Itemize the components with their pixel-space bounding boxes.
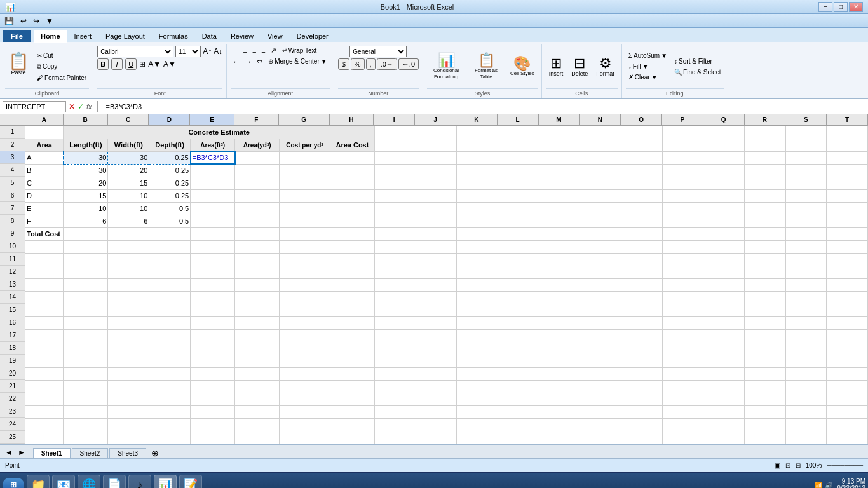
cell-e5[interactable] xyxy=(191,177,235,189)
taskbar-outlook[interactable]: 📧 xyxy=(52,475,75,488)
font-size-select[interactable]: 11 xyxy=(175,46,201,57)
cell-g6[interactable] xyxy=(280,189,330,202)
row-24[interactable]: 24 xyxy=(0,418,25,431)
grid-scroll[interactable]: Concrete Estimate Area xyxy=(25,126,868,444)
cell-p8[interactable] xyxy=(662,215,703,227)
tab-review[interactable]: Review xyxy=(224,30,261,42)
cell-k6[interactable] xyxy=(457,189,498,202)
cell-i8[interactable] xyxy=(374,215,416,227)
number-format-select[interactable]: General xyxy=(349,46,407,57)
start-button[interactable]: ⊞ xyxy=(3,478,24,488)
cell-n6[interactable] xyxy=(580,189,621,202)
col-header-o[interactable]: O xyxy=(621,114,662,125)
cell-o6[interactable] xyxy=(621,189,662,202)
col-header-s[interactable]: S xyxy=(785,114,827,125)
cell-e8[interactable] xyxy=(191,215,235,227)
col-header-k[interactable]: K xyxy=(456,114,498,125)
cell-q4[interactable] xyxy=(703,164,745,177)
row-6[interactable]: 6 xyxy=(0,189,25,202)
cell-i3[interactable] xyxy=(374,151,416,164)
cell-l7[interactable] xyxy=(498,202,539,215)
percent-btn[interactable]: % xyxy=(351,58,365,70)
cell-b3[interactable]: 30 xyxy=(64,151,108,164)
copy-button[interactable]: ⧉ Copy xyxy=(34,62,89,72)
col-header-e[interactable]: E xyxy=(190,114,234,125)
corner-cell[interactable] xyxy=(0,114,25,125)
cell-p2[interactable] xyxy=(662,139,703,151)
cell-t2[interactable] xyxy=(827,139,868,151)
col-header-h[interactable]: H xyxy=(330,114,374,125)
col-header-m[interactable]: M xyxy=(539,114,580,125)
cell-c2[interactable]: Width(ft) xyxy=(108,139,149,151)
formula-confirm-btn[interactable]: ✓ xyxy=(78,102,84,111)
cell-m5[interactable] xyxy=(539,177,580,189)
cell-r1[interactable] xyxy=(744,126,785,139)
col-header-b[interactable]: B xyxy=(64,114,108,125)
row-4[interactable]: 4 xyxy=(0,164,25,177)
minimize-btn[interactable]: − xyxy=(818,2,832,12)
cell-n9[interactable] xyxy=(580,227,621,240)
currency-btn[interactable]: $ xyxy=(338,58,349,70)
row-22[interactable]: 22 xyxy=(0,393,25,405)
cell-h3[interactable] xyxy=(330,151,374,164)
cell-s6[interactable] xyxy=(785,189,827,202)
row-5[interactable]: 5 xyxy=(0,177,25,189)
row-21[interactable]: 21 xyxy=(0,380,25,393)
cell-b9[interactable] xyxy=(64,227,108,240)
cell-g5[interactable] xyxy=(280,177,330,189)
sheet-tab-2[interactable]: Sheet2 xyxy=(72,448,109,458)
cell-o7[interactable] xyxy=(621,202,662,215)
cell-a1[interactable] xyxy=(25,126,64,139)
cell-m8[interactable] xyxy=(539,215,580,227)
row-15[interactable]: 15 xyxy=(0,304,25,316)
cell-a5[interactable]: C xyxy=(25,177,64,189)
cell-f9[interactable] xyxy=(235,227,280,240)
cell-r6[interactable] xyxy=(744,189,785,202)
row-1[interactable]: 1 xyxy=(0,126,25,139)
cell-k2[interactable] xyxy=(457,139,498,151)
insert-button[interactable]: ⊞ Insert xyxy=(546,55,567,79)
cell-q8[interactable] xyxy=(703,215,745,227)
sheet-tab-1[interactable]: Sheet1 xyxy=(33,448,71,458)
align-center-btn[interactable]: ≡ xyxy=(250,46,258,55)
cell-q7[interactable] xyxy=(703,202,745,215)
cell-i5[interactable] xyxy=(374,177,416,189)
cell-r9[interactable] xyxy=(744,227,785,240)
cell-e9[interactable] xyxy=(191,227,235,240)
wrap-text-button[interactable]: ↵ Wrap Text xyxy=(280,46,320,55)
font-color-btn[interactable]: A▼ xyxy=(163,60,176,69)
font-size-increase-btn[interactable]: A↑ xyxy=(203,47,212,56)
cell-b2[interactable]: Length(ft) xyxy=(64,139,108,151)
col-header-d[interactable]: D xyxy=(149,114,190,125)
row-11[interactable]: 11 xyxy=(0,253,25,266)
cell-k9[interactable] xyxy=(457,227,498,240)
border-btn[interactable]: ⊞ xyxy=(139,60,146,69)
cell-h4[interactable] xyxy=(330,164,374,177)
cell-m4[interactable] xyxy=(539,164,580,177)
cell-l4[interactable] xyxy=(498,164,539,177)
cell-a9[interactable]: Total Cost xyxy=(25,227,64,240)
restore-btn[interactable]: □ xyxy=(834,2,848,12)
col-header-c[interactable]: C xyxy=(108,114,149,125)
cell-p5[interactable] xyxy=(662,177,703,189)
tab-page-layout[interactable]: Page Layout xyxy=(98,30,152,42)
cell-l3[interactable] xyxy=(498,151,539,164)
row-10[interactable]: 10 xyxy=(0,240,25,253)
formula-input[interactable] xyxy=(103,101,865,112)
col-header-a[interactable]: A xyxy=(25,114,64,125)
conditional-formatting-button[interactable]: 📊 Conditional Formatting xyxy=(427,51,465,81)
col-header-r[interactable]: R xyxy=(745,114,786,125)
cell-o1[interactable] xyxy=(621,126,662,139)
cell-l9[interactable] xyxy=(498,227,539,240)
cell-d9[interactable] xyxy=(149,227,191,240)
cell-b5[interactable]: 20 xyxy=(64,177,108,189)
save-quick-btn[interactable]: 💾 xyxy=(3,16,16,26)
cell-q9[interactable] xyxy=(703,227,745,240)
row-18[interactable]: 18 xyxy=(0,342,25,355)
row-16[interactable]: 16 xyxy=(0,316,25,329)
tab-insert[interactable]: Insert xyxy=(67,30,99,42)
cell-o5[interactable] xyxy=(621,177,662,189)
cell-g8[interactable] xyxy=(280,215,330,227)
cell-t3[interactable] xyxy=(827,151,868,164)
row-2[interactable]: 2 xyxy=(0,139,25,151)
